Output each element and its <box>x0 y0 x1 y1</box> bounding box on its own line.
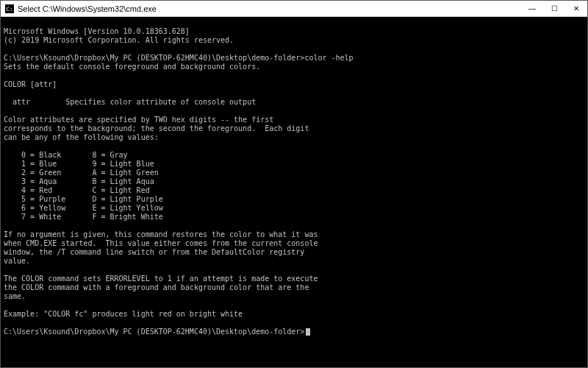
output-line: COLOR [attr] <box>4 80 57 88</box>
output-line: Microsoft Windows [Version 10.0.18363.62… <box>4 27 190 35</box>
output-line: attr Specifies color attribute of consol… <box>4 98 256 106</box>
prompt-line: C:\Users\Ksound\Dropbox\My PC (DESKTOP-6… <box>4 328 310 336</box>
output-line: corresponds to the background; the secon… <box>4 124 309 132</box>
output-line: Example: "COLOR fc" produces light red o… <box>4 310 243 318</box>
prompt-text: C:\Users\Ksound\Dropbox\My PC (DESKTOP-6… <box>4 328 304 336</box>
titlebar[interactable]: C: Select C:\Windows\System32\cmd.exe — … <box>1 1 587 17</box>
output-line: 2 = Green A = Light Green <box>4 169 159 177</box>
output-line: value. <box>4 257 30 265</box>
cmd-window: C: Select C:\Windows\System32\cmd.exe — … <box>0 0 588 368</box>
output-line: 0 = Black 8 = Gray <box>4 151 128 159</box>
prompt-line: C:\Users\Ksound\Dropbox\My PC (DESKTOP-6… <box>4 54 354 62</box>
output-line: If no argument is given, this command re… <box>4 230 318 238</box>
terminal-output[interactable]: Microsoft Windows [Version 10.0.18363.62… <box>1 17 587 367</box>
maximize-button[interactable]: ☐ <box>543 1 565 16</box>
output-line: the COLOR command with a foreground and … <box>4 283 309 291</box>
window-controls: — ☐ ✕ <box>521 1 587 16</box>
output-line: 1 = Blue 9 = Light Blue <box>4 160 154 168</box>
output-line: 5 = Purple D = Light Purple <box>4 195 163 203</box>
output-line: window, the /T command line switch or fr… <box>4 248 304 256</box>
close-icon: ✕ <box>573 4 579 13</box>
output-line: 6 = Yellow E = Light Yellow <box>4 204 163 212</box>
output-line: Sets the default console foreground and … <box>4 63 260 71</box>
cursor <box>306 328 310 336</box>
output-line: same. <box>4 292 26 300</box>
output-line: can be any of the following values: <box>4 133 159 141</box>
cmd-icon: C: <box>5 4 14 13</box>
svg-text:C:: C: <box>7 6 13 13</box>
minimize-button[interactable]: — <box>521 1 543 16</box>
output-line: when CMD.EXE started. This value either … <box>4 239 318 247</box>
close-button[interactable]: ✕ <box>565 1 587 16</box>
window-title: Select C:\Windows\System32\cmd.exe <box>18 4 521 13</box>
output-line: 4 = Red C = Light Red <box>4 186 150 194</box>
output-line: 3 = Aqua B = Light Aqua <box>4 177 154 185</box>
maximize-icon: ☐ <box>551 4 558 13</box>
output-line: Color attributes are specified by TWO he… <box>4 116 273 124</box>
minimize-icon: — <box>528 4 536 13</box>
output-line: The COLOR command sets ERRORLEVEL to 1 i… <box>4 275 318 283</box>
output-line: 7 = White F = Bright White <box>4 213 163 221</box>
output-line: (c) 2019 Microsoft Corporation. All righ… <box>4 36 234 44</box>
